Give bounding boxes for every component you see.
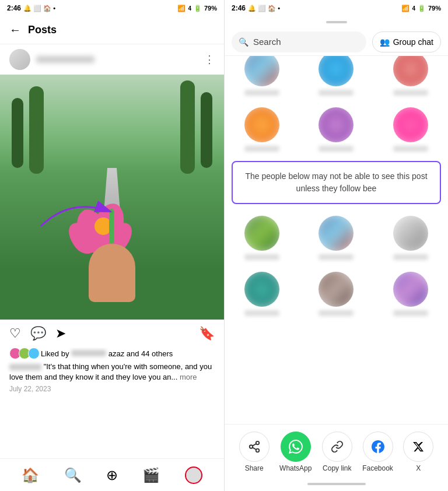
group-chat-label: Group chat — [393, 37, 433, 47]
contact-3[interactable] — [373, 100, 448, 156]
nav-profile[interactable] — [185, 467, 202, 484]
contact-item-top-2[interactable] — [299, 56, 374, 100]
contact-name-9 — [393, 310, 428, 316]
home-indicator — [225, 477, 448, 491]
liked-text: Liked by azaz and 44 others — [41, 349, 173, 358]
svg-point-1 — [256, 441, 259, 445]
more-link[interactable]: more — [180, 373, 197, 381]
contact-item-top-3[interactable] — [373, 56, 448, 100]
drag-bar — [326, 21, 347, 23]
contact-item-top-1[interactable] — [225, 56, 299, 100]
username-blurred — [36, 56, 94, 63]
share-label-whatsapp: WhatsApp — [279, 464, 312, 472]
contact-avatar-4 — [244, 216, 279, 251]
hand — [89, 244, 135, 302]
user-row[interactable]: ⋮ — [0, 44, 224, 75]
share-circle-facebook — [363, 432, 393, 462]
post-image — [0, 75, 224, 320]
share-item-copylink[interactable]: Copy link — [322, 432, 352, 472]
share-item-share[interactable]: Share — [239, 432, 270, 472]
liked-avatar-3 — [28, 348, 40, 359]
contact-avatar-top-2 — [318, 56, 354, 86]
contact-7[interactable] — [225, 265, 299, 321]
contacts-grid — [225, 100, 448, 156]
nav-add[interactable]: ⊕ — [106, 467, 118, 483]
caption-user-blur — [9, 364, 41, 370]
nav-search[interactable]: 🔍 — [64, 467, 82, 483]
post-details: Liked by azaz and 44 others "It's that t… — [0, 348, 224, 458]
svg-point-2 — [249, 445, 253, 448]
contact-name-top-3 — [393, 90, 428, 96]
share-label-facebook: Facebook — [362, 464, 393, 472]
share-item-whatsapp[interactable]: WhatsApp — [279, 432, 312, 472]
contact-8[interactable] — [299, 265, 374, 321]
signal-icon-right: 4 — [412, 5, 415, 12]
contact-4[interactable] — [225, 209, 299, 265]
like-button[interactable]: ♡ — [9, 326, 21, 341]
search-input[interactable]: Search — [253, 37, 281, 47]
contact-name-8 — [318, 310, 354, 316]
contact-name-5 — [318, 254, 354, 260]
nav-home[interactable]: 🏠 — [22, 467, 39, 483]
contact-name-top-1 — [244, 90, 279, 96]
tree-right2 — [180, 80, 195, 174]
caption: "It's that thing when you're with someon… — [9, 362, 215, 383]
battery-pct-left: 79% — [204, 5, 217, 12]
contact-name-7 — [244, 310, 279, 316]
status-right-left: 📶 4 🔋 79% — [177, 5, 217, 12]
share-icons-row: Share WhatsApp Copy link — [225, 432, 448, 472]
right-panel: 2:46 🔔 ⬜ 🏠 • 📶 4 🔋 79% 🔍 Search 👥 Group … — [224, 0, 448, 491]
purple-arrow — [35, 185, 117, 238]
share-circle-x — [403, 432, 433, 462]
share-label-x: X — [416, 464, 421, 472]
group-chat-button[interactable]: 👥 Group chat — [372, 31, 441, 52]
contact-avatar-6 — [393, 216, 428, 251]
user-info — [9, 49, 94, 70]
back-button[interactable]: ← — [9, 23, 21, 37]
share-item-x[interactable]: X — [403, 432, 433, 472]
notification-icons-right: 🔔 ⬜ 🏠 • — [248, 5, 280, 12]
svg-point-3 — [256, 449, 259, 453]
contact-avatar-top-1 — [244, 56, 279, 86]
page-title: Posts — [28, 24, 57, 36]
drag-handle — [225, 16, 448, 28]
share-item-facebook[interactable]: Facebook — [362, 432, 393, 472]
contact-2[interactable] — [299, 100, 374, 156]
user-avatar — [9, 49, 30, 70]
contact-name-top-2 — [318, 90, 354, 96]
more-options-button[interactable]: ⋮ — [204, 53, 215, 66]
time-right: 2:46 — [232, 4, 246, 12]
liked-avatars — [9, 348, 37, 359]
contact-6[interactable] — [373, 209, 448, 265]
share-button[interactable]: ➤ — [55, 326, 66, 341]
comment-button[interactable]: 💬 — [30, 326, 46, 341]
contact-1[interactable] — [225, 100, 299, 156]
top-contacts-row — [225, 56, 448, 100]
contact-avatar-3 — [393, 107, 428, 142]
battery-pct-right: 79% — [428, 5, 441, 12]
contact-5[interactable] — [299, 209, 374, 265]
group-icon: 👥 — [380, 37, 390, 47]
battery-icon-right: 🔋 — [418, 5, 426, 12]
search-row: 🔍 Search 👥 Group chat — [225, 28, 448, 56]
signal-icon-left: 4 — [188, 5, 191, 12]
contact-name-1 — [244, 146, 279, 152]
nav-reels[interactable]: 🎬 — [142, 467, 160, 483]
search-icon: 🔍 — [239, 37, 249, 47]
contact-9[interactable] — [373, 265, 448, 321]
notice-box: The people below may not be able to see … — [232, 161, 441, 204]
status-right-right: 📶 4 🔋 79% — [401, 5, 441, 12]
bottom-nav: 🏠 🔍 ⊕ 🎬 — [0, 458, 224, 491]
contact-avatar-8 — [318, 272, 354, 307]
contact-avatar-7 — [244, 272, 279, 307]
bottom-share-row: Share WhatsApp Copy link — [225, 424, 448, 477]
contact-name-6 — [393, 254, 428, 260]
tree-left — [12, 98, 23, 168]
liked-row: Liked by azaz and 44 others — [9, 348, 215, 359]
search-bar[interactable]: 🔍 Search — [232, 31, 366, 52]
post-date: July 22, 2023 — [9, 385, 215, 393]
bookmark-button[interactable]: 🔖 — [199, 326, 215, 341]
contact-avatar-2 — [318, 107, 354, 142]
status-time-right: 2:46 🔔 ⬜ 🏠 • — [232, 4, 280, 12]
status-time-left: 2:46 🔔 ⬜ 🏠 • — [7, 4, 55, 12]
